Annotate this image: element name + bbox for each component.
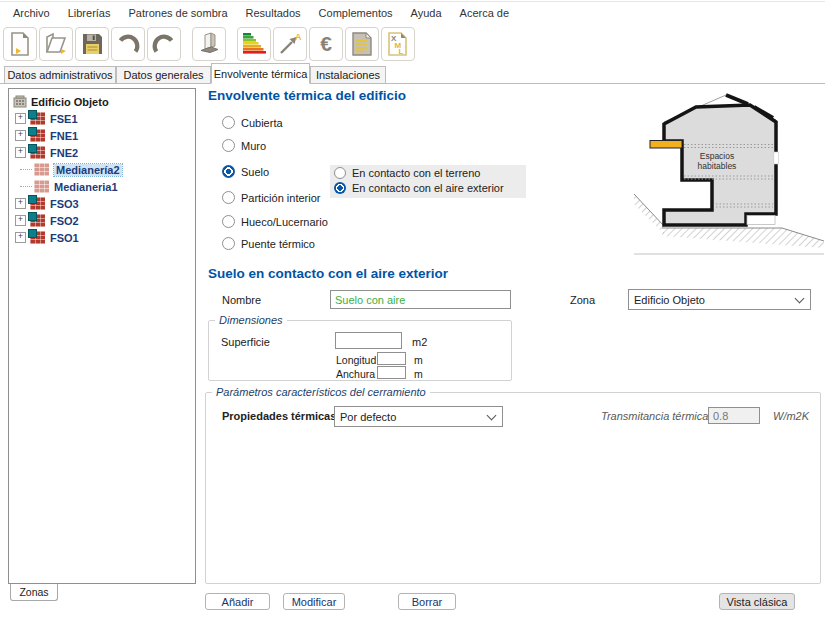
zonas-tab[interactable]: Zonas bbox=[10, 584, 58, 601]
radio-puente-termico[interactable]: Puente térmico bbox=[222, 237, 315, 250]
detail-section-title: Suelo en contacto con el aire exterior bbox=[208, 266, 448, 281]
anchura-input[interactable] bbox=[377, 366, 406, 379]
radio-circle[interactable] bbox=[222, 191, 235, 204]
superficie-input[interactable] bbox=[335, 332, 402, 349]
wall-icon bbox=[30, 129, 45, 142]
radio-hueco-lucernario[interactable]: Hueco/Lucernario bbox=[222, 215, 328, 228]
report-button[interactable] bbox=[345, 27, 379, 61]
borrar-button[interactable]: Borrar bbox=[398, 593, 456, 610]
radio-contacto-aire-exterior[interactable]: En contacto con el aire exterior bbox=[334, 182, 504, 194]
redo-button[interactable] bbox=[147, 27, 181, 61]
expand-plus-icon[interactable]: + bbox=[15, 147, 26, 158]
cost-euro-icon: € bbox=[313, 31, 339, 57]
tree-item-fne2[interactable]: + FNE2 bbox=[9, 144, 195, 161]
wall-icon bbox=[30, 112, 45, 125]
svg-text:A: A bbox=[295, 32, 302, 42]
undo-button[interactable] bbox=[111, 27, 145, 61]
tree-root-edificio-objeto[interactable]: Edificio Objeto bbox=[9, 93, 195, 110]
tree-item-fso1[interactable]: + FSO1 bbox=[9, 229, 195, 246]
tree-connector bbox=[20, 169, 32, 170]
wall-icon bbox=[30, 197, 45, 210]
menu-archivo[interactable]: Archivo bbox=[4, 4, 59, 22]
building-3d-button[interactable] bbox=[192, 27, 226, 61]
cost-euro-button[interactable]: € bbox=[309, 27, 343, 61]
tab-envolvente-termica[interactable]: Envolvente térmica bbox=[211, 63, 310, 84]
menu-librerias[interactable]: Librerías bbox=[59, 4, 120, 22]
transmitancia-unit: W/m2K bbox=[773, 410, 809, 422]
menu-complementos[interactable]: Complementos bbox=[310, 4, 402, 22]
open-file-button[interactable] bbox=[39, 27, 73, 61]
radio-circle-selected[interactable] bbox=[222, 165, 235, 178]
wall-icon bbox=[30, 214, 45, 227]
party-wall-icon bbox=[34, 163, 49, 176]
party-wall-icon bbox=[34, 180, 49, 193]
radio-muro[interactable]: Muro bbox=[222, 139, 266, 152]
radio-circle-selected[interactable] bbox=[334, 182, 346, 194]
tree-item-fso2[interactable]: + FSO2 bbox=[9, 212, 195, 229]
menu-ayuda[interactable]: Ayuda bbox=[402, 4, 451, 22]
superficie-unit: m2 bbox=[412, 336, 427, 348]
new-file-button[interactable] bbox=[3, 27, 37, 61]
wall-icon bbox=[30, 231, 45, 244]
tree-item-fse1[interactable]: + FSE1 bbox=[9, 110, 195, 127]
propiedades-termicas-value: Por defecto bbox=[340, 411, 396, 423]
radio-circle[interactable] bbox=[334, 167, 346, 179]
parametros-fieldset: Parámetros característicos del cerramien… bbox=[205, 386, 821, 584]
radio-circle[interactable] bbox=[222, 237, 235, 250]
certify-arrow-icon: A bbox=[277, 31, 303, 57]
tree-item-label-selected: Medianería2 bbox=[54, 164, 122, 176]
anchura-unit: m bbox=[414, 368, 423, 380]
longitud-input[interactable] bbox=[377, 352, 406, 365]
nombre-input[interactable]: Suelo con aire bbox=[330, 290, 511, 309]
zona-select[interactable]: Edificio Objeto bbox=[628, 289, 811, 310]
zona-select-value: Edificio Objeto bbox=[634, 294, 705, 306]
certify-arrow-button[interactable]: A bbox=[273, 27, 307, 61]
radio-particion-interior[interactable]: Partición interior bbox=[222, 191, 320, 204]
tree-item-fne1[interactable]: + FNE1 bbox=[9, 127, 195, 144]
radio-label: Puente térmico bbox=[241, 238, 315, 250]
parametros-legend: Parámetros característicos del cerramien… bbox=[212, 386, 430, 398]
longitud-unit: m bbox=[414, 354, 423, 366]
tree-item-medianeria2[interactable]: Medianería2 bbox=[9, 161, 195, 178]
application-window: Archivo Librerías Patrones de sombra Res… bbox=[0, 0, 825, 621]
menu-patrones-de-sombra[interactable]: Patrones de sombra bbox=[119, 4, 236, 22]
dimensiones-fieldset: Dimensiones Superficie m2 Longitud m Anc… bbox=[208, 314, 512, 381]
energy-rating-button[interactable] bbox=[237, 27, 271, 61]
radio-cubierta[interactable]: Cubierta bbox=[222, 116, 283, 129]
xml-export-button[interactable]: X M L bbox=[381, 27, 415, 61]
vista-clasica-button[interactable]: Vista clásica bbox=[719, 593, 795, 610]
expand-plus-icon[interactable]: + bbox=[15, 198, 26, 209]
menu-bar: Archivo Librerías Patrones de sombra Res… bbox=[0, 1, 825, 23]
radio-label: En contacto con el aire exterior bbox=[352, 182, 504, 194]
radio-circle[interactable] bbox=[222, 139, 235, 152]
save-button[interactable] bbox=[75, 27, 109, 61]
tree-item-medianeria1[interactable]: Medianeria1 bbox=[9, 178, 195, 195]
radio-circle[interactable] bbox=[222, 215, 235, 228]
tree-item-fso3[interactable]: + FSO3 bbox=[9, 195, 195, 212]
expand-plus-icon[interactable]: + bbox=[15, 232, 26, 243]
expand-plus-icon[interactable]: + bbox=[15, 130, 26, 141]
tab-strip: Datos administrativos Datos generales En… bbox=[0, 63, 825, 84]
chevron-down-icon bbox=[487, 410, 497, 420]
tab-datos-administrativos[interactable]: Datos administrativos bbox=[4, 66, 116, 84]
xml-export-icon: X M L bbox=[385, 31, 411, 57]
menu-resultados[interactable]: Resultados bbox=[237, 4, 310, 22]
transmitancia-label: Transmitancia térmica bbox=[601, 410, 708, 422]
radio-suelo[interactable]: Suelo bbox=[222, 165, 269, 178]
radio-label: Hueco/Lucernario bbox=[241, 216, 328, 228]
energy-rating-icon bbox=[241, 31, 267, 57]
expand-plus-icon[interactable]: + bbox=[15, 113, 26, 124]
tab-datos-generales[interactable]: Datos generales bbox=[116, 66, 211, 84]
tab-instalaciones[interactable]: Instalaciones bbox=[310, 66, 386, 84]
expand-plus-icon[interactable]: + bbox=[15, 215, 26, 226]
toolbar: A € X M L bbox=[3, 27, 417, 61]
modificar-button[interactable]: Modificar bbox=[283, 593, 345, 610]
diagram-label-line1: Espacios bbox=[700, 151, 735, 161]
anadir-button[interactable]: Añadir bbox=[205, 593, 270, 610]
propiedades-termicas-select[interactable]: Por defecto bbox=[334, 406, 503, 427]
propiedades-termicas-label: Propiedades térmicas bbox=[222, 410, 336, 422]
radio-circle[interactable] bbox=[222, 116, 235, 129]
zona-label: Zona bbox=[570, 294, 595, 306]
radio-contacto-terreno[interactable]: En contacto con el terreno bbox=[334, 167, 480, 179]
menu-acerca-de[interactable]: Acerca de bbox=[451, 4, 519, 22]
